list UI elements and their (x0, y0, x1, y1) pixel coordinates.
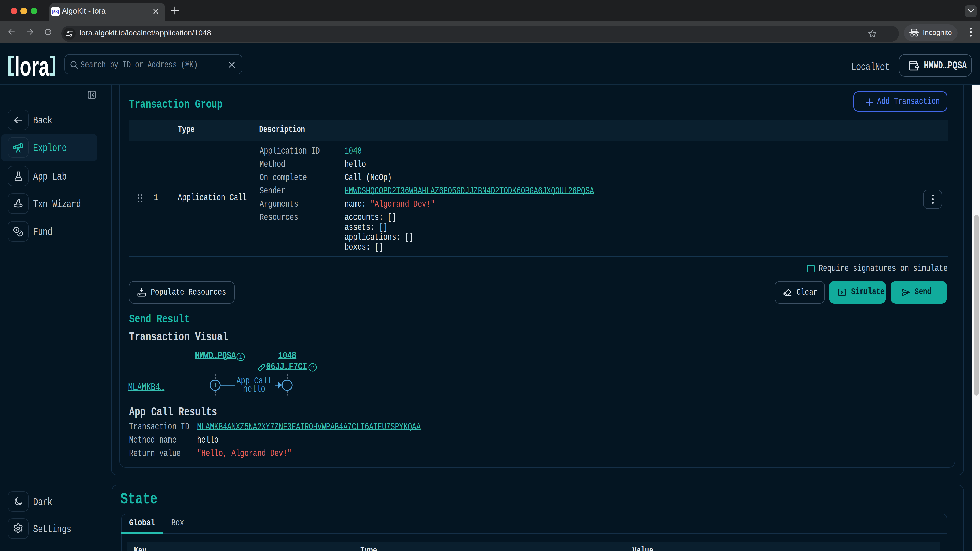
svg-text:1: 1 (213, 382, 217, 389)
svg-text:lora: lora (14, 56, 49, 76)
svg-text:1: 1 (239, 354, 242, 360)
svg-text:hello: hello (243, 384, 266, 394)
